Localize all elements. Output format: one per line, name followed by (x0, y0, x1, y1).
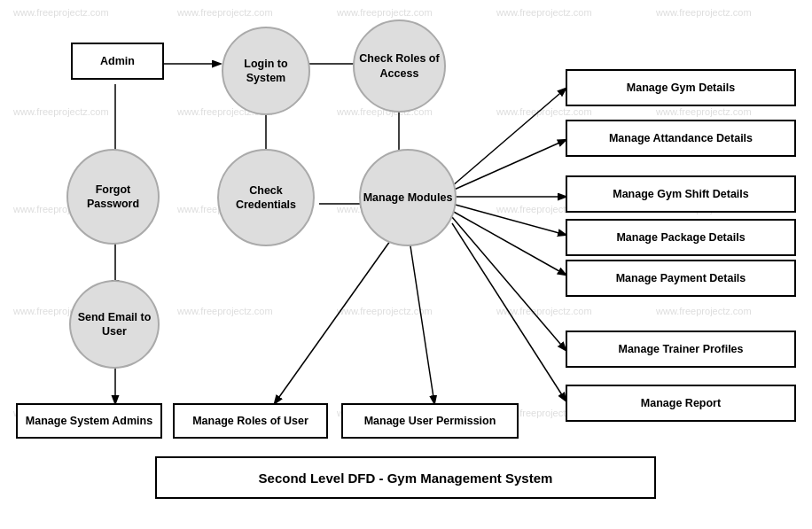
watermark-3: www.freeprojectz.com (337, 7, 433, 18)
manage-trainer-label: Manage Trainer Profiles (618, 342, 743, 356)
manage-attendance-label: Manage Attandance Details (609, 131, 753, 145)
diagram-container: www.freeprojectz.com www.freeprojectz.co… (0, 0, 812, 529)
manage-system-admins-node: Manage System Admins (16, 403, 162, 439)
svg-line-7 (452, 89, 566, 186)
manage-user-permission-label: Manage User Permission (364, 414, 496, 428)
manage-gym-shift-node: Manage Gym Shift Details (566, 175, 796, 213)
manage-system-admins-label: Manage System Admins (26, 414, 152, 428)
diagram-title-label: Second Level DFD - Gym Management System (259, 471, 553, 486)
check-credentials-label: Check Credentials (219, 183, 313, 213)
watermark-9: www.freeprojectz.com (496, 106, 592, 117)
admin-node: Admin (71, 43, 164, 80)
manage-roles-node: Manage Roles of User (173, 403, 328, 439)
watermark-18: www.freeprojectz.com (337, 306, 433, 316)
manage-gym-details-node: Manage Gym Details (566, 69, 796, 106)
watermark-19: www.freeprojectz.com (496, 306, 592, 316)
manage-roles-label: Manage Roles of User (192, 414, 308, 428)
manage-payment-node: Manage Payment Details (566, 260, 796, 297)
manage-gym-shift-label: Manage Gym Shift Details (613, 187, 749, 201)
check-credentials-node: Check Credentials (217, 149, 315, 246)
manage-payment-label: Manage Payment Details (616, 271, 746, 285)
login-node: Login to System (222, 27, 310, 115)
manage-attendance-node: Manage Attandance Details (566, 120, 796, 157)
watermark-17: www.freeprojectz.com (177, 306, 273, 316)
manage-package-label: Manage Package Details (616, 230, 745, 245)
manage-trainer-node: Manage Trainer Profiles (566, 331, 796, 368)
watermark-6: www.freeprojectz.com (13, 106, 109, 117)
send-email-node: Send Email to User (69, 280, 160, 369)
manage-user-permission-node: Manage User Permission (341, 403, 519, 439)
admin-label: Admin (100, 54, 135, 68)
svg-line-12 (452, 217, 566, 350)
send-email-label: Send Email to User (71, 310, 158, 339)
login-label: Login to System (223, 57, 308, 86)
watermark-20: www.freeprojectz.com (656, 306, 752, 316)
svg-line-15 (408, 229, 434, 403)
check-roles-node: Check Roles of Access (353, 19, 446, 113)
check-roles-label: Check Roles of Access (355, 51, 444, 81)
svg-line-14 (275, 229, 399, 403)
watermark-2: www.freeprojectz.com (177, 7, 273, 18)
svg-line-11 (452, 211, 566, 275)
watermark-10: www.freeprojectz.com (656, 106, 752, 117)
manage-modules-node: Manage Modules (359, 149, 457, 246)
forgot-password-node: Forgot Password (66, 149, 160, 245)
manage-package-node: Manage Package Details (566, 219, 796, 256)
manage-report-label: Manage Report (641, 396, 721, 410)
manage-report-node: Manage Report (566, 385, 796, 422)
svg-line-13 (452, 223, 566, 401)
diagram-title: Second Level DFD - Gym Management System (155, 456, 656, 499)
manage-gym-details-label: Manage Gym Details (627, 81, 735, 95)
svg-line-10 (452, 204, 566, 235)
watermark-1: www.freeprojectz.com (13, 7, 109, 18)
svg-line-8 (452, 140, 566, 191)
manage-modules-label: Manage Modules (363, 191, 453, 205)
forgot-password-label: Forgot Password (68, 183, 158, 212)
watermark-5: www.freeprojectz.com (656, 7, 752, 18)
watermark-4: www.freeprojectz.com (496, 7, 592, 18)
